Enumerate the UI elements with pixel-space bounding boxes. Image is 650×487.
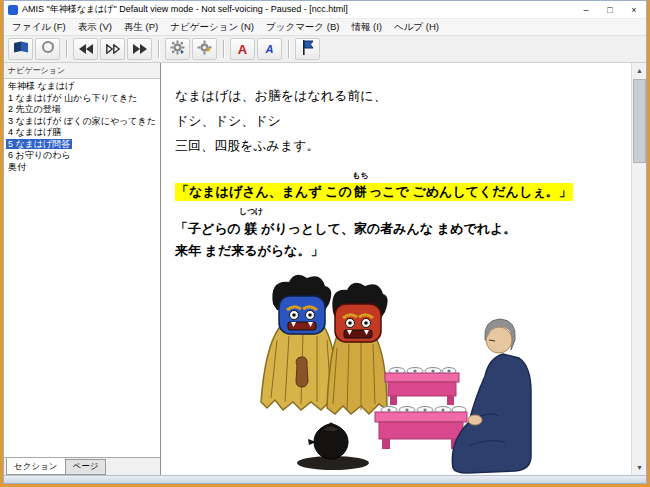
playback-settings-button[interactable] xyxy=(165,38,190,60)
window-bottom-edge xyxy=(4,475,646,483)
menu-help[interactable]: ヘルプ (H) xyxy=(388,20,445,35)
toolbar: A A xyxy=(4,35,646,63)
play-icon xyxy=(106,40,120,58)
record-button[interactable] xyxy=(35,38,60,60)
menu-bar: ファイル (F) 表示 (V) 再生 (P) ナビゲーション (N) ブックマー… xyxy=(4,18,646,35)
maximize-button[interactable]: □ xyxy=(598,2,622,18)
iron-kettle xyxy=(297,423,369,471)
paragraph-2: ドシ、ドシ、ドシ xyxy=(175,108,625,133)
toolbar-separator xyxy=(288,40,289,58)
content-wrap: なまはげは、お膳をはなれる前に、 ドシ、ドシ、ドシ 三回、四股をふみます。 「な… xyxy=(161,63,646,475)
play-pause-button[interactable] xyxy=(100,38,125,60)
menu-info[interactable]: 情報 (I) xyxy=(345,20,388,35)
menu-bookmark[interactable]: ブックマーク (B) xyxy=(260,20,345,35)
open-book-icon xyxy=(13,40,29,58)
record-circle-icon xyxy=(41,40,55,58)
quote1-ruby: もち餅 xyxy=(353,182,368,202)
meal-trays xyxy=(375,368,467,450)
fast-forward-icon xyxy=(133,40,147,58)
amis-app-icon xyxy=(8,5,18,15)
gear-arrows-icon xyxy=(170,40,185,59)
tree-item-section-5-selected[interactable]: 5 なまはげ問答 xyxy=(4,139,160,151)
rewind-button[interactable] xyxy=(73,38,98,60)
paragraph-3: 三回、四股をふみます。 xyxy=(175,133,625,158)
tree-item-section-3[interactable]: 3 なまはげが ぼくの家にやってきた xyxy=(4,116,160,128)
quote1-ruby-text: もち xyxy=(351,172,369,180)
tree-item-title[interactable]: 年神様 なまはげ xyxy=(4,81,160,93)
tab-pages[interactable]: ページ xyxy=(65,459,107,475)
rewind-icon xyxy=(79,40,93,58)
quote1-post: っこで ごめんしてくだんしぇ。」 xyxy=(368,183,573,201)
close-button[interactable]: × xyxy=(622,2,646,18)
open-book-button[interactable] xyxy=(8,38,33,60)
quote2-ruby-text: しつけ xyxy=(238,208,265,216)
font-smaller-icon: A xyxy=(266,44,274,55)
seated-man xyxy=(452,319,531,473)
menu-play[interactable]: 再生 (P) xyxy=(118,20,164,35)
tree-item-section-1[interactable]: 1 なまはげが 山から下りてきた xyxy=(4,93,160,105)
fast-forward-button[interactable] xyxy=(127,38,152,60)
tab-sections[interactable]: セクション xyxy=(6,458,66,475)
menu-file[interactable]: ファイル (F) xyxy=(6,20,72,35)
font-larger-button[interactable]: A xyxy=(230,38,255,60)
window-title: AMIS "年神様なまはげ" Default view mode - Not s… xyxy=(22,3,574,16)
toolbar-separator xyxy=(66,40,67,58)
paragraph-1: なまはげは、お膳をはなれる前に、 xyxy=(175,83,625,108)
font-smaller-button[interactable]: A xyxy=(257,38,282,60)
highlighted-quote-line: 「なまはげさん、まんず このもち餅っこで ごめんしてくだんしぇ。」 xyxy=(175,182,625,202)
amis-window: AMIS "年神様なまはげ" Default view mode - Not s… xyxy=(3,0,647,484)
font-larger-icon: A xyxy=(238,43,247,56)
navigation-panel: ナビゲーション 年神様 なまはげ 1 なまはげが 山から下りてきた 2 先立の登… xyxy=(4,63,161,475)
namahage-red-figure xyxy=(327,283,388,414)
quote1-pre: 「なまはげさん、まんず この xyxy=(175,183,353,201)
tree-item-section-4[interactable]: 4 なまはげ膳 xyxy=(4,127,160,139)
quote2-ruby: しつけ躾 xyxy=(245,218,258,240)
section-tree: 年神様 なまはげ 1 なまはげが 山から下りてきた 2 先立の登場 3 なまはげ… xyxy=(4,79,160,457)
title-bar: AMIS "年神様なまはげ" Default view mode - Not s… xyxy=(4,1,646,18)
toolbar-separator xyxy=(223,40,224,58)
quote1-ruby-base: 餅 xyxy=(353,183,368,201)
bookmark-icon xyxy=(302,40,314,59)
scroll-up-arrow[interactable]: ▲ xyxy=(632,63,647,78)
book-content: なまはげは、お膳をはなれる前に、 ドシ、ドシ、ドシ 三回、四股をふみます。 「な… xyxy=(161,63,631,475)
minimize-button[interactable]: – xyxy=(574,2,598,18)
quote2-line2: 来年 まだ来るがらな。」 xyxy=(175,240,625,262)
quote2-pre: 「子どらの xyxy=(175,221,245,236)
menu-navigation[interactable]: ナビゲーション (N) xyxy=(164,20,260,35)
gear-star-icon xyxy=(197,40,212,59)
tree-item-colophon[interactable]: 奥付 xyxy=(4,162,160,174)
navigation-panel-header: ナビゲーション xyxy=(4,63,160,79)
navigation-tab-row: セクション ページ xyxy=(4,457,160,475)
tree-item-section-2[interactable]: 2 先立の登場 xyxy=(4,104,160,116)
window-controls: – □ × xyxy=(574,2,646,18)
story-illustration xyxy=(237,270,537,475)
toolbar-separator xyxy=(158,40,159,58)
scroll-down-arrow[interactable]: ▼ xyxy=(632,460,647,475)
quote2-ruby-base: 躾 xyxy=(245,221,258,236)
vertical-scrollbar[interactable]: ▲ ▼ xyxy=(631,63,646,475)
quote2-post: がりっとして、家の者みんな まめでれよ。 xyxy=(258,221,517,236)
preferences-button[interactable] xyxy=(192,38,217,60)
bookmark-button[interactable] xyxy=(295,38,320,60)
tree-item-section-6[interactable]: 6 お守りのわら xyxy=(4,150,160,162)
menu-view[interactable]: 表示 (V) xyxy=(72,20,118,35)
quote2-line1: 「子どらの しつけ躾 がりっとして、家の者みんな まめでれよ。 xyxy=(175,218,625,240)
scrollbar-thumb[interactable] xyxy=(633,79,646,163)
main-area: ナビゲーション 年神様 なまはげ 1 なまはげが 山から下りてきた 2 先立の登… xyxy=(4,63,646,475)
